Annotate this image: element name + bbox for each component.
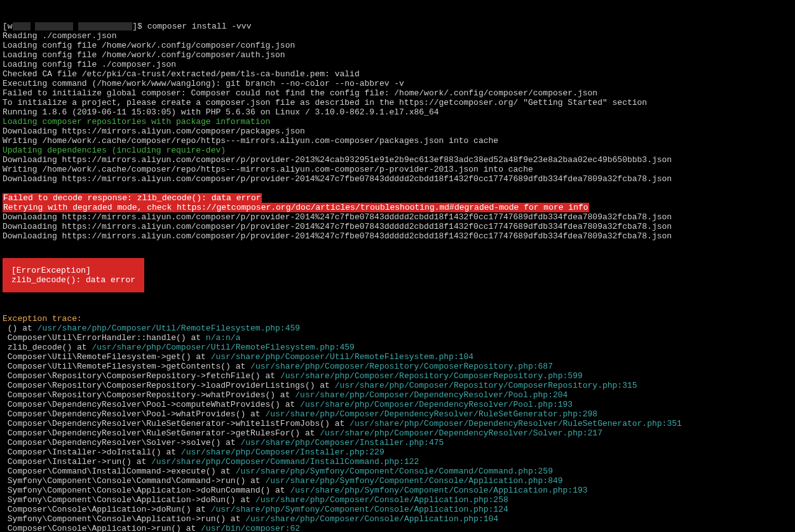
output-line: Downloading https://mirrors.aliyun.com/c… bbox=[3, 212, 672, 222]
trace-line: Composer\DependencyResolver\Solver->solv… bbox=[3, 438, 444, 447]
error-box-message: zlib_decode(): data error bbox=[11, 275, 135, 285]
status-line: Loading composer repositories with packa… bbox=[3, 117, 270, 126]
status-line: Updating dependencies (including require… bbox=[3, 146, 226, 155]
terminal[interactable]: [w ]$ composer install -vvv Reading ./co… bbox=[3, 22, 795, 532]
trace-line: Composer\Installer->run() at /usr/share/… bbox=[3, 457, 419, 467]
output-line: Running 1.8.6 (2019-06-11 15:03:05) with… bbox=[3, 107, 439, 117]
trace-line: Composer\Repository\ComposerRepository->… bbox=[3, 390, 567, 400]
output-line: Loading config file /home/work/.config/c… bbox=[3, 41, 295, 50]
output-line: Downloading https://mirrors.aliyun.com/c… bbox=[3, 174, 672, 184]
trace-line: Symfony\Component\Console\Application->d… bbox=[3, 495, 508, 505]
trace-line: Composer\Util\RemoteFilesystem->getConte… bbox=[3, 362, 553, 371]
error-box-title: [ErrorException] bbox=[11, 266, 91, 275]
shell-prompt: [w ]$ bbox=[3, 22, 147, 31]
trace-line: zlib_decode() at /usr/share/php/Composer… bbox=[3, 343, 355, 352]
trace-line: Symfony\Component\Console\Command\Comman… bbox=[3, 476, 563, 486]
trace-line: Composer\DependencyResolver\Pool->whatPr… bbox=[3, 409, 597, 419]
trace-line: Composer\Installer->doInstall() at /usr/… bbox=[3, 447, 384, 457]
output-line: Downloading https://mirrors.aliyun.com/c… bbox=[3, 231, 672, 241]
output-line: Failed to initialize global composer: Co… bbox=[3, 88, 597, 98]
trace-line: Composer\DependencyResolver\RuleSetGener… bbox=[3, 419, 682, 428]
trace-line: Composer\Util\RemoteFilesystem->get() at… bbox=[3, 352, 473, 362]
trace-line: Composer\DependencyResolver\RuleSetGener… bbox=[3, 428, 602, 438]
output-line: Loading config file /home/work/.config/c… bbox=[3, 50, 285, 60]
error-highlight: Retrying with degraded mode, check https… bbox=[3, 203, 589, 212]
trace-line: Composer\Command\InstallCommand->execute… bbox=[3, 467, 553, 476]
output-line: Writing /home/work/.cache/composer/repo/… bbox=[3, 165, 533, 174]
trace-line: Composer\Repository\ComposerRepository->… bbox=[3, 381, 637, 390]
trace-line: Symfony\Component\Console\Application->d… bbox=[3, 486, 588, 495]
output-line: Downloading https://mirrors.aliyun.com/c… bbox=[3, 126, 305, 136]
output-line: Downloading https://mirrors.aliyun.com/c… bbox=[3, 155, 672, 165]
error-highlight: Failed to decode response: zlib_decode()… bbox=[3, 193, 262, 203]
trace-line: Composer\Console\Application->run() at /… bbox=[3, 524, 300, 532]
trace-line: Composer\Repository\ComposerRepository->… bbox=[3, 371, 583, 381]
output-line: Downloading https://mirrors.aliyun.com/c… bbox=[3, 222, 672, 231]
command: composer install -vvv bbox=[147, 22, 252, 31]
output-line: Reading ./composer.json bbox=[3, 31, 116, 41]
output-line: Checked CA file /etc/pki/ca-trust/extrac… bbox=[3, 69, 360, 79]
output-line: Writing /home/work/.cache/composer/repo/… bbox=[3, 136, 498, 146]
trace-line: Composer\Util\ErrorHandler::handle() at … bbox=[3, 333, 240, 343]
output-line: Executing command (/home/work/www/wanglo… bbox=[3, 79, 404, 88]
output-line: To initialize a project, please create a… bbox=[3, 98, 647, 107]
trace-line: () at /usr/share/php/Composer/Util/Remot… bbox=[3, 324, 300, 333]
trace-line: Symfony\Component\Console\Application->r… bbox=[3, 514, 498, 524]
output-line: Loading config file ./composer.json bbox=[3, 60, 176, 69]
trace-header: Exception trace: bbox=[3, 314, 82, 324]
trace-line: Composer\Console\Application->doRun() at… bbox=[3, 505, 508, 514]
error-box: [ErrorException] zlib_decode(): data err… bbox=[3, 258, 144, 292]
trace-line: Composer\DependencyResolver\Pool->comput… bbox=[3, 400, 573, 409]
